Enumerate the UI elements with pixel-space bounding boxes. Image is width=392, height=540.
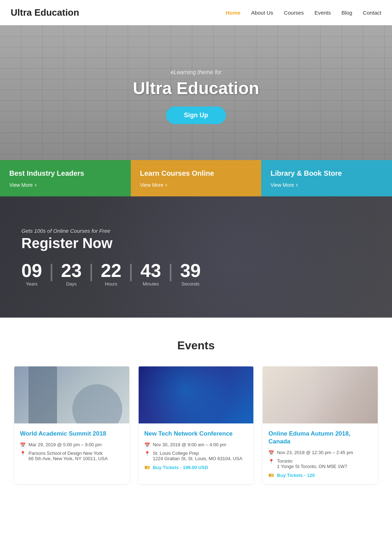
feature-card-library-link[interactable]: View More: [270, 181, 383, 189]
event-image-3: [263, 366, 378, 423]
event-ticket-3: 🎫 Buy Tickets - 120: [268, 473, 372, 478]
feature-card-library[interactable]: Library & Book Store View More: [261, 160, 392, 196]
countdown-hours-num: 22: [101, 261, 122, 280]
countdown-minutes: 43 Minutes: [140, 261, 161, 287]
nav-about[interactable]: About Us: [251, 10, 273, 16]
countdown-days: 23 Days: [61, 261, 82, 287]
countdown-years-label: Years: [21, 281, 42, 287]
register-pre: Gets 100s of Online Courses for Free: [21, 228, 371, 234]
events-section: Events World Academic Summit 2018 📅 Mar …: [0, 318, 392, 505]
countdown-seconds: 39 Seconds: [180, 261, 201, 287]
countdown-sep-2: |: [89, 262, 94, 287]
countdown-minutes-label: Minutes: [140, 281, 161, 287]
feature-card-courses-title: Learn Courses Online: [140, 169, 252, 178]
nav-events[interactable]: Events: [314, 10, 331, 16]
register-title: Register Now: [21, 235, 371, 251]
header: Ultra Education Home About Us Courses Ev…: [0, 0, 392, 25]
main-nav: Home About Us Courses Events Blog Contac…: [226, 10, 381, 16]
countdown-days-num: 23: [61, 261, 82, 280]
buy-tickets-link-3[interactable]: Buy Tickets - 120: [277, 473, 315, 478]
event-body-2: New Tech Network Conference 📅 Nov 30, 20…: [139, 423, 254, 476]
nav-contact[interactable]: Contact: [363, 10, 381, 16]
countdown-seconds-label: Seconds: [180, 281, 201, 287]
logo: Ultra Education: [11, 7, 79, 18]
feature-card-courses-link[interactable]: View More: [140, 181, 252, 189]
location-icon-2: 📍: [144, 451, 150, 456]
feature-card-industry-title: Best Industry Leaders: [9, 169, 122, 178]
countdown-hours-label: Hours: [101, 281, 122, 287]
event-location-text-1: Parsons School of Design New York66 5th …: [29, 451, 108, 461]
event-title-3[interactable]: Online Eduma Autumn 2018, Canada: [268, 430, 372, 446]
event-image-2: [139, 366, 254, 423]
event-title-2[interactable]: New Tech Network Conference: [144, 430, 248, 438]
countdown-hours: 22 Hours: [101, 261, 122, 287]
feature-card-industry-link[interactable]: View More: [9, 181, 122, 189]
feature-card-library-title: Library & Book Store: [270, 169, 383, 178]
event-date-text-3: Nov 23, 2018 @ 12:30 pm – 2:45 pm: [277, 450, 353, 455]
signup-button[interactable]: Sign Up: [166, 107, 226, 124]
hero-subtitle: eLearning theme for: [133, 69, 259, 76]
location-icon-3: 📍: [268, 459, 274, 464]
ticket-icon-2: 🎫: [144, 465, 150, 470]
nav-blog[interactable]: Blog: [341, 10, 352, 16]
event-location-text-2: St. Louis College Prep1224 Grattan St, S…: [153, 451, 242, 461]
event-location-2: 📍 St. Louis College Prep1224 Grattan St,…: [144, 451, 248, 461]
calendar-icon-1: 📅: [20, 442, 26, 448]
event-date-text-1: Mar 29, 2019 @ 5:00 pm – 9:00 pm: [29, 442, 102, 447]
calendar-icon-3: 📅: [268, 450, 274, 456]
countdown-sep-1: |: [49, 262, 54, 287]
hero-title: Ultra Education: [133, 78, 259, 98]
event-title-1[interactable]: World Academic Summit 2018: [20, 430, 124, 438]
events-section-title: Events: [14, 339, 378, 352]
hero-section: eLearning theme for Ultra Education Sign…: [0, 25, 392, 196]
countdown-years-num: 09: [21, 261, 42, 280]
countdown-seconds-num: 39: [180, 261, 201, 280]
event-image-1: [14, 366, 129, 423]
event-ticket-2: 🎫 Buy Tickets - 199.00 USD: [144, 465, 248, 470]
event-card-3: Online Eduma Autumn 2018, Canada 📅 Nov 2…: [263, 366, 378, 484]
event-card-1: World Academic Summit 2018 📅 Mar 29, 201…: [14, 366, 129, 484]
countdown-minutes-num: 43: [140, 261, 161, 280]
event-location-3: 📍 Toronto1 Yonge St Toronto, ON M5E 1W7: [268, 458, 372, 469]
event-date-1: 📅 Mar 29, 2019 @ 5:00 pm – 9:00 pm: [20, 442, 124, 448]
register-content: Gets 100s of Online Courses for Free Reg…: [21, 228, 371, 287]
events-grid: World Academic Summit 2018 📅 Mar 29, 201…: [14, 366, 378, 484]
nav-courses[interactable]: Courses: [284, 10, 304, 16]
event-card-2: New Tech Network Conference 📅 Nov 30, 20…: [139, 366, 254, 484]
nav-home[interactable]: Home: [226, 10, 241, 16]
event-date-3: 📅 Nov 23, 2018 @ 12:30 pm – 2:45 pm: [268, 450, 372, 456]
countdown-sep-4: |: [168, 262, 173, 287]
event-body-1: World Academic Summit 2018 📅 Mar 29, 201…: [14, 423, 129, 470]
calendar-icon-2: 📅: [144, 442, 150, 448]
event-location-text-3: Toronto1 Yonge St Toronto, ON M5E 1W7: [277, 458, 347, 469]
feature-card-industry[interactable]: Best Industry Leaders View More: [0, 160, 131, 196]
ticket-icon-3: 🎫: [268, 473, 274, 478]
feature-card-courses[interactable]: Learn Courses Online View More: [131, 160, 262, 196]
event-location-1: 📍 Parsons School of Design New York66 5t…: [20, 451, 124, 461]
location-icon-1: 📍: [20, 451, 26, 456]
event-date-text-2: Nov 30, 2018 @ 9:00 am – 4:00 pm: [153, 442, 226, 447]
countdown: 09 Years | 23 Days | 22 Hours | 43 Minut…: [21, 261, 371, 287]
register-section: Gets 100s of Online Courses for Free Reg…: [0, 196, 392, 318]
buy-tickets-link-2[interactable]: Buy Tickets - 199.00 USD: [153, 465, 208, 470]
event-date-2: 📅 Nov 30, 2018 @ 9:00 am – 4:00 pm: [144, 442, 248, 448]
countdown-years: 09 Years: [21, 261, 42, 287]
countdown-sep-3: |: [129, 262, 134, 287]
countdown-days-label: Days: [61, 281, 82, 287]
hero-content: eLearning theme for Ultra Education Sign…: [133, 69, 259, 153]
feature-cards: Best Industry Leaders View More Learn Co…: [0, 160, 392, 196]
event-body-3: Online Eduma Autumn 2018, Canada 📅 Nov 2…: [263, 423, 378, 484]
